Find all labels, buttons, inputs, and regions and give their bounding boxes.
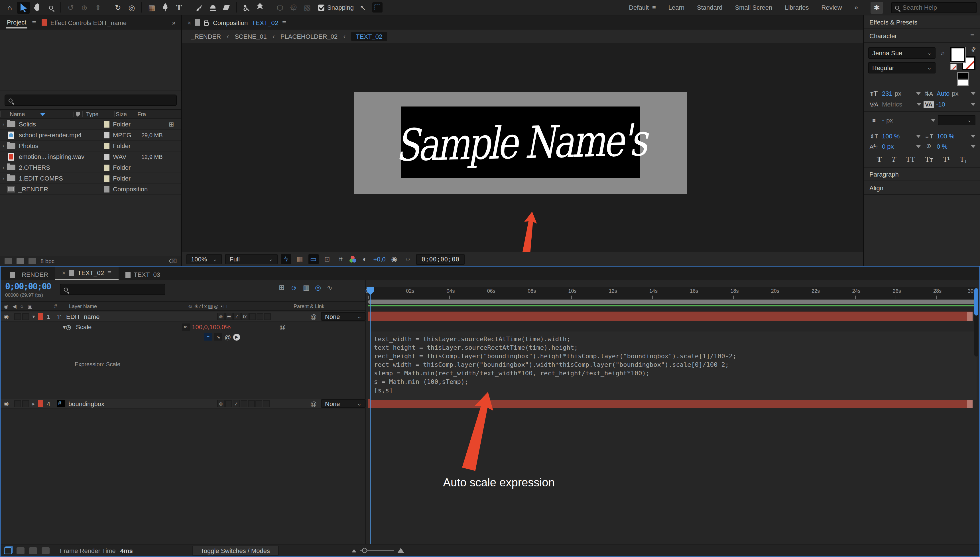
chevron-down-icon[interactable] [916,92,921,95]
canvas-sample-text[interactable]: Sample Name's [395,114,645,171]
effects-switch-icon[interactable]: fx [241,313,248,320]
work-area-bar[interactable] [368,300,977,304]
expander-icon[interactable]: › [0,143,7,149]
collapse-switch-icon[interactable]: ☀ [225,313,233,320]
superscript-button[interactable]: T¹ [943,155,950,164]
time-ruler[interactable]: 0s 02s 04s 06s 08s 10s 12s 14s 16s 18s 2… [368,287,977,299]
layer-name[interactable]: EDIT_name [66,313,217,320]
quality-switch-icon[interactable]: ∕ [233,400,240,407]
snap-along-edges-icon[interactable]: ↖ [357,2,369,13]
fill-color-swatch[interactable] [951,47,965,62]
layer-color-swatch[interactable] [38,400,43,407]
project-item-photos[interactable]: › Photos Folder [0,141,181,151]
workspace-default[interactable]: Default ≡ [629,4,656,11]
hide-shy-layers-icon[interactable]: ☺ [290,283,297,292]
timeline-tab-text02[interactable]: × TEXT_02 ≡ [55,267,118,280]
project-item-school-prerender[interactable]: school pre-render.mp4 MPEG 29,0 MB [0,130,181,141]
expander-icon[interactable]: › [0,164,7,170]
exposure-icon[interactable]: ◐ [359,254,370,264]
shy-switch-icon[interactable]: ☺ [217,313,225,320]
eyedropper-icon[interactable]: ⌕ [938,49,948,57]
preview-timecode[interactable]: 0;00;00;00 [416,254,464,265]
lock-column-icon[interactable]: ▣ [27,303,32,309]
chevron-down-icon[interactable] [971,103,975,106]
shape-tool-icon[interactable]: ▦ [145,2,158,13]
workspace-small-screen[interactable]: Small Screen [735,4,772,11]
draft-mode-icon[interactable] [16,547,24,554]
close-tab-icon[interactable]: × [62,269,65,276]
column-options-icon[interactable] [29,547,37,554]
subscript-button[interactable]: T₁ [960,155,967,164]
new-composition-icon[interactable] [28,258,36,264]
expand-icon[interactable]: ▸ [29,401,38,406]
chevron-down-icon[interactable] [916,135,921,138]
video-column-icon[interactable]: ◉ [4,303,8,309]
exposure-value[interactable]: +0,0 [373,256,385,262]
parent-pickwhip-icon[interactable]: @ [306,400,321,407]
stopwatch-icon[interactable]: ◷ [66,323,71,331]
zoom-slider-track[interactable] [359,550,394,551]
pen-tool-icon[interactable] [159,2,172,13]
world-axis-mode-icon[interactable]: ۞ [287,2,300,13]
workspace-learn[interactable]: Learn [668,4,684,11]
layer-name[interactable]: boundingbox [69,400,217,407]
shy-switch-icon[interactable]: ☺ [217,400,225,407]
tracking-field[interactable]: -10 [936,101,975,107]
project-item-emotion-wav[interactable]: emotion... inspiring.wav WAV 12,9 MB [0,151,181,162]
current-timecode[interactable]: 0;00;00;00 [5,281,51,292]
column-size[interactable]: Size [114,111,136,117]
quality-switch-icon[interactable]: ∕ [233,313,240,320]
column-type[interactable]: Type [82,111,114,117]
puppet-pin-tool-icon[interactable] [254,2,266,13]
timeline-tab-render[interactable]: _RENDER [3,269,55,280]
font-style-dropdown[interactable]: Regular ⌄ [868,62,936,73]
chevron-down-icon[interactable] [971,145,975,148]
graph-editor-icon[interactable]: ∿ [327,283,332,292]
region-of-interest-icon[interactable]: ⊡ [322,254,332,264]
constrain-link-icon[interactable]: ∞ [181,323,189,331]
mask-visibility-icon[interactable]: ▭ [308,254,318,264]
index-column-header[interactable]: # [54,303,69,309]
zoom-tool-icon[interactable] [44,2,57,13]
zoom-out-icon[interactable] [351,549,356,552]
parent-pickwhip-icon[interactable]: @ [306,313,321,320]
expression-graph-icon[interactable]: ∿ [214,333,222,340]
timeline-search-input[interactable] [70,286,161,293]
collapse-icon[interactable]: ▾ [63,323,66,331]
pan-behind-tool-icon[interactable]: ◎ [126,2,138,13]
workspace-review[interactable]: Review [822,4,842,11]
property-pickwhip-icon[interactable]: @ [275,324,290,330]
expression-enabled-icon[interactable]: = [204,333,212,340]
parent-link-column-header[interactable]: Parent & Link [250,303,324,309]
effects-presets-header[interactable]: Effects & Presets [864,15,980,29]
tab-project[interactable]: Project [6,16,28,28]
no-fill-swatch[interactable] [951,64,957,70]
brush-tool-icon[interactable] [193,2,205,13]
eye-icon[interactable]: ◉ [0,401,12,407]
expression-editor[interactable]: text_width = thisLayer.sourceRectAtTime(… [371,331,977,400]
hand-tool-icon[interactable] [31,2,43,13]
scale-value[interactable]: 100,0,100,0% [192,324,230,330]
local-axis-mode-icon[interactable]: ⬡ [274,2,286,13]
playhead-line[interactable] [370,288,371,544]
tsume-field[interactable]: 0 % [937,143,975,150]
layer-bar-boundingbox[interactable] [368,399,973,408]
panel-menu-icon[interactable]: ≡ [282,18,286,26]
magnification-dropdown[interactable]: 100% ⌄ [186,254,222,264]
composition-tab-name[interactable]: TEXT_02 [252,19,278,26]
bit-depth-label[interactable]: 8 bpc [41,258,54,264]
interpret-footage-icon[interactable] [5,258,12,264]
expander-icon[interactable]: › [0,176,7,181]
chevron-down-icon[interactable] [917,103,921,106]
live-update-icon[interactable] [4,547,12,554]
paragraph-panel-header[interactable]: Paragraph [864,168,980,181]
frame-blending-icon[interactable]: ▥ [303,283,310,292]
solo-column-icon[interactable]: ○ [21,303,24,309]
close-tab-icon[interactable]: × [188,19,191,26]
scale-property-row[interactable]: ▾ ◷ Scale ∞ 100,0,100,0% @ [0,322,366,332]
chevron-down-icon[interactable] [971,92,975,95]
transparency-grid-icon[interactable]: ▦ [294,254,305,264]
layer-row-boundingbox[interactable]: ◉ ▸ 4 boundingbox ☺ ∕ @ None ⌄ [0,399,366,409]
lock-open-icon[interactable] [204,22,209,25]
workspace-menu-icon[interactable]: ≡ [652,4,656,11]
